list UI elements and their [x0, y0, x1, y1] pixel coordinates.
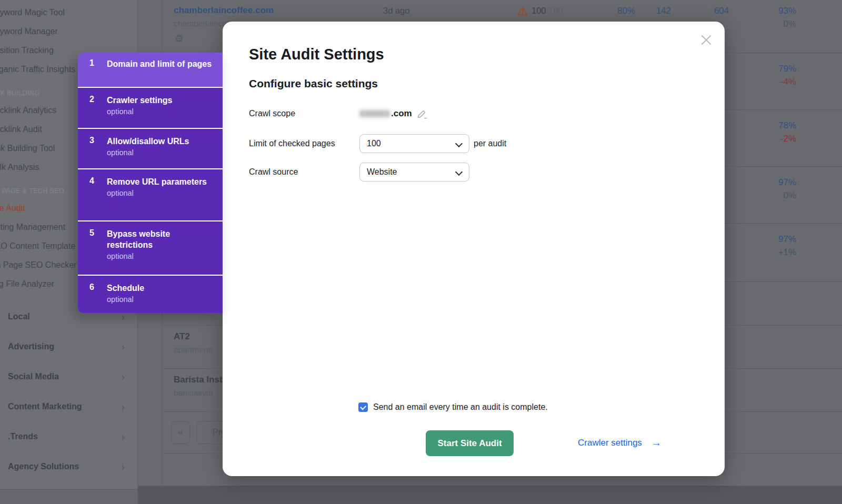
sidebar-item-social-media[interactable]: Social Media › — [0, 361, 137, 391]
email-checkbox-label: Send an email every time an audit is com… — [373, 402, 548, 412]
chevron-right-icon: › — [121, 461, 125, 472]
chevron-right-icon: › — [121, 371, 125, 382]
row-percentage[interactable]: 79% — [778, 64, 796, 74]
row-delta: 0% — [783, 19, 796, 29]
step-remove-url-parameters[interactable]: 4 Remove URL parameters optional — [78, 168, 223, 220]
sidebar-footer — [0, 489, 137, 504]
chevron-down-icon — [455, 168, 463, 176]
health-value: 100 — [532, 6, 546, 15]
last-crawl-date: 3d ago — [383, 6, 409, 16]
issues-count[interactable]: 142 — [656, 6, 671, 16]
sidebar-item-label: Content Marketing — [8, 402, 82, 411]
step-crawler-settings[interactable]: 2 Crawler settings optional — [78, 87, 223, 128]
chevron-right-icon: › — [121, 341, 125, 352]
close-icon[interactable] — [699, 33, 713, 47]
project-subdomain: apartmentt — [174, 345, 213, 355]
domain-suffix: .com — [391, 108, 412, 119]
blurred-domain — [359, 110, 390, 117]
step-title: Domain and limit of pages — [107, 58, 215, 69]
email-checkbox[interactable] — [358, 402, 368, 412]
step-optional-label: optional — [107, 189, 215, 197]
project-domain-link[interactable]: chamberlaincoffee.com — [174, 5, 274, 16]
step-title: Allow/disallow URLs — [107, 136, 215, 147]
sidebar-item-keyword-manager[interactable]: Keyword Manager — [0, 22, 137, 41]
sidebar-item-label: Agency Solutions — [8, 462, 79, 471]
selected-source-value: Website — [367, 167, 397, 177]
crawl-source-select[interactable]: Website — [359, 163, 469, 182]
step-number: 4 — [89, 176, 94, 186]
sidebar-item-content-marketing[interactable]: Content Marketing › — [0, 391, 137, 421]
row-delta: -2% — [780, 134, 796, 144]
step-allow-disallow-urls[interactable]: 3 Allow/disallow URLs optional — [78, 128, 223, 168]
step-schedule[interactable]: 6 Schedule optional — [78, 275, 223, 313]
step-number: 3 — [89, 136, 94, 145]
project-subdomain: baristainsti — [174, 388, 213, 398]
limit-of-checked-pages-label: Limit of checked pages — [249, 139, 335, 148]
warning-triangle-icon — [517, 6, 528, 18]
sidebar-item-label: .Trends — [8, 432, 38, 441]
health-score: 100/100 — [532, 6, 563, 16]
step-optional-label: optional — [107, 107, 215, 116]
pagination-first-button[interactable]: « — [171, 421, 190, 444]
step-number: 2 — [89, 95, 94, 104]
warnings-count[interactable]: 604 — [714, 6, 729, 16]
modal-title: Site Audit Settings — [249, 46, 384, 63]
step-title: Remove URL parameters — [107, 176, 215, 187]
step-optional-label: optional — [107, 252, 215, 260]
chevron-down-icon — [455, 140, 463, 147]
limit-of-checked-pages-select[interactable]: 100 — [359, 134, 469, 153]
sidebar-item-label: Local — [8, 312, 30, 321]
sidebar-item-keyword-magic-tool[interactable]: Keyword Magic Tool — [0, 3, 137, 22]
project-name[interactable]: AT2 — [174, 331, 190, 342]
per-audit-label: per audit — [474, 139, 506, 148]
crawl-scope-value: .com — [359, 107, 428, 120]
sidebar-item-advertising[interactable]: Advertising › — [0, 331, 137, 361]
sidebar-bottom-nav: Local › Advertising › Social Media › Con… — [0, 301, 137, 481]
row-percentage[interactable]: 93% — [778, 6, 796, 16]
step-optional-label: optional — [107, 295, 215, 304]
section-heading: Configure basic settings — [249, 77, 378, 90]
crawler-settings-link-label: Crawler settings — [578, 438, 642, 448]
sidebar-item-trends[interactable]: .Trends › — [0, 421, 137, 451]
step-number: 1 — [89, 58, 94, 68]
step-bypass-website-restrictions[interactable]: 5 Bypass website restrictions optional — [78, 220, 223, 275]
step-title: Schedule — [107, 283, 215, 294]
sidebar-item-label: Advertising — [8, 342, 54, 351]
crawled-pages-pct[interactable]: 80% — [617, 6, 635, 16]
selected-limit-value: 100 — [367, 139, 381, 148]
sidebar-item-agency-solutions[interactable]: Agency Solutions › — [0, 451, 137, 481]
chevron-right-icon: › — [121, 431, 125, 442]
step-title: Bypass website restrictions — [107, 228, 215, 250]
crawl-source-label: Crawl source — [249, 167, 298, 177]
project-name[interactable]: Barista Inst — [174, 375, 223, 385]
gear-icon[interactable]: ⚙ — [175, 34, 184, 44]
row-delta: +1% — [778, 247, 797, 258]
edit-pencil-icon[interactable] — [417, 109, 428, 119]
chevron-right-icon: › — [121, 401, 125, 412]
row-percentage[interactable]: 78% — [778, 120, 796, 131]
step-number: 6 — [89, 283, 94, 292]
health-total: /100 — [546, 6, 563, 15]
row-percentage[interactable]: 97% — [778, 234, 796, 245]
step-domain-and-limit[interactable]: 1 Domain and limit of pages — [78, 53, 223, 87]
arrow-right-icon: → — [651, 437, 661, 449]
crawler-settings-link[interactable]: Crawler settings → — [578, 437, 661, 449]
crawl-scope-label: Crawl scope — [249, 109, 295, 118]
row-delta: 0% — [783, 190, 796, 201]
start-site-audit-button[interactable]: Start Site Audit — [426, 430, 514, 456]
row-delta: -4% — [780, 77, 796, 87]
step-title: Crawler settings — [107, 95, 215, 106]
site-audit-settings-modal: Site Audit Settings Configure basic sett… — [223, 22, 725, 476]
step-number: 5 — [89, 228, 94, 238]
row-percentage[interactable]: 97% — [778, 177, 796, 188]
step-optional-label: optional — [107, 148, 215, 157]
email-notification-row: Send an email every time an audit is com… — [358, 402, 548, 412]
wizard-steps-menu: 1 Domain and limit of pages 2 Crawler se… — [78, 53, 223, 313]
table-bottom-strip — [138, 486, 842, 504]
sidebar-item-label: Social Media — [8, 372, 59, 381]
